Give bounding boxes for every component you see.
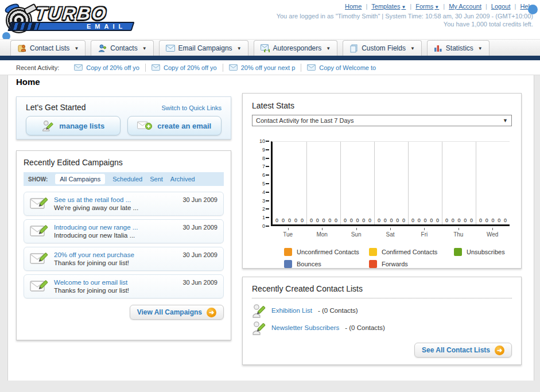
chart-day-group: 00000 <box>306 142 340 224</box>
nav-separator: | <box>366 3 367 10</box>
tab-contact-lists[interactable]: Contact Lists▼ <box>10 40 86 56</box>
filter-scheduled[interactable]: Scheduled <box>112 176 142 183</box>
contact-list-item[interactable]: Exhibition List - (0 Contacts) <box>252 302 512 319</box>
see-all-contact-lists-button[interactable]: See All Contact Lists ➜ <box>414 343 512 358</box>
stats-period-value: Contact Activity for the Last 7 Days <box>256 117 354 124</box>
contact-lists-panel: Recently Created Contact Lists Exhibitio… <box>242 277 522 365</box>
recent-activity-item[interactable]: 20% off your next p <box>223 64 301 71</box>
nav-link-logout[interactable]: Logout <box>491 3 511 10</box>
data-value-label: 0 <box>310 218 313 223</box>
contact-list-items: Exhibition List - (0 Contacts)Newsletter… <box>252 302 512 336</box>
campaign-subtitle: We're giving away our late ... <box>54 204 177 211</box>
x-tick-label: Wed <box>476 228 510 238</box>
data-value-label: 0 <box>288 218 291 223</box>
filter-all-campaigns[interactable]: All Campaigns <box>55 174 105 184</box>
campaign-card-text: Introducing our new range ...Introducing… <box>54 224 177 239</box>
campaign-subtitle: Thanks for joining our list! <box>54 287 177 294</box>
campaign-card-text: 20% off your next purchaseThanks for joi… <box>54 251 177 266</box>
logo[interactable]: TURBO EMAIL <box>5 2 148 34</box>
envelope-icon <box>229 64 238 71</box>
filter-archived[interactable]: Archived <box>170 176 195 183</box>
get-started-title: Let's Get Started <box>26 103 86 112</box>
contact-list-count: - (0 Contacts) <box>345 324 385 331</box>
recent-activity-link: Copy of 20% off yo <box>164 64 217 71</box>
view-all-campaigns-button[interactable]: View All Campaigns ➜ <box>130 305 224 320</box>
data-value-label: 0 <box>350 218 353 223</box>
recent-activity-item[interactable]: Copy of 20% off yo <box>146 64 223 71</box>
nav-link-my-account[interactable]: My Account <box>449 3 481 10</box>
data-value-label: 0 <box>504 218 507 223</box>
chart-day-group: 00000 <box>374 142 408 224</box>
person-pencil-icon <box>252 303 266 318</box>
top-nav: Home|Templates▼|Forms▼|My Account|Logout… <box>277 3 533 10</box>
tab-contacts[interactable]: Contacts▼ <box>91 40 153 56</box>
data-value-label: 0 <box>362 218 365 223</box>
data-value-label: 0 <box>322 218 325 223</box>
tab-label: Autoresponders <box>273 44 322 52</box>
nav-separator: | <box>515 3 516 10</box>
nav-link-home[interactable]: Home <box>345 3 362 10</box>
statistics-icon <box>434 44 442 52</box>
campaign-title-link[interactable]: 20% off your next purchase <box>54 251 177 258</box>
campaign-title-link[interactable]: Introducing our new range ... <box>54 224 177 231</box>
contact-list-link[interactable]: Exhibition List <box>271 307 312 314</box>
campaign-card-text: See us at the retail food ...We're givin… <box>54 196 177 211</box>
switch-quick-links-link[interactable]: Switch to Quick Links <box>161 104 222 111</box>
data-value-label: 0 <box>328 218 331 223</box>
data-value-label: 0 <box>464 218 467 223</box>
chart-day-group: 00000 <box>408 142 442 224</box>
recent-activity-item[interactable]: Copy of 20% off yo <box>68 64 145 71</box>
campaign-card[interactable]: See us at the retail food ...We're givin… <box>24 192 224 216</box>
contact-lists-icon <box>17 44 26 53</box>
manage-lists-button[interactable]: manage lists <box>26 116 121 135</box>
tab-statistics[interactable]: Statistics▼ <box>427 40 490 56</box>
campaign-title-link[interactable]: Welcome to our email list <box>54 279 177 286</box>
legend-item-bounces: Bounces <box>284 260 369 268</box>
y-tick-mark <box>266 208 269 209</box>
chart-day-group: 00000 <box>340 142 374 224</box>
nav-link-forms[interactable]: Forms▼ <box>415 3 439 10</box>
tab-label: Contacts <box>110 44 137 52</box>
main-nav-tabstrip: Contact Lists▼ Contacts▼ Email Campaigns… <box>0 39 540 56</box>
chart-value-labels: 00000 <box>274 218 305 223</box>
contact-list-count: - (0 Contacts) <box>318 307 358 314</box>
legend-swatch <box>369 260 377 268</box>
filter-sent[interactable]: Sent <box>150 176 163 183</box>
campaign-title-link[interactable]: See us at the retail food ... <box>54 196 177 203</box>
campaign-card[interactable]: Introducing our new range ...Introducing… <box>24 219 224 243</box>
y-tick-label: 1 <box>262 215 265 220</box>
contact-list-link[interactable]: Newsletter Subscribers <box>271 324 339 331</box>
arrow-right-icon: ➜ <box>495 346 504 355</box>
x-tick-label: Mon <box>305 228 339 238</box>
tab-email-campaigns[interactable]: Email Campaigns▼ <box>159 40 248 56</box>
campaign-card[interactable]: 20% off your next purchaseThanks for joi… <box>24 247 224 271</box>
y-tick-mark <box>266 200 269 201</box>
contacts-icon <box>98 44 107 53</box>
x-tick-label: Thu <box>441 228 475 238</box>
chevron-down-icon: ▼ <box>401 5 406 10</box>
chart-value-labels: 00000 <box>308 218 339 223</box>
latest-stats-panel: Latest Stats Contact Activity for the La… <box>242 93 522 269</box>
data-value-label: 0 <box>457 218 460 223</box>
campaign-card[interactable]: Welcome to our email listThanks for join… <box>24 274 224 298</box>
tab-custom-fields[interactable]: Custom Fields▼ <box>343 40 422 56</box>
nav-divider-bar <box>0 56 540 60</box>
recent-activity-item[interactable]: Copy of Welcome to <box>301 64 382 71</box>
contact-list-item[interactable]: Newsletter Subscribers - (0 Contacts) <box>252 319 512 336</box>
tab-autoresponders[interactable]: Autoresponders▼ <box>254 40 338 56</box>
data-value-label: 0 <box>402 218 405 223</box>
data-value-label: 0 <box>356 218 359 223</box>
campaign-subtitle: Introducing our new Italia ... <box>54 232 177 239</box>
legend-swatch <box>454 248 462 256</box>
legend-label: Forwards <box>382 261 408 267</box>
data-value-label: 0 <box>470 218 473 223</box>
y-tick-label: 4 <box>262 189 265 195</box>
legend-label: Unsubscribes <box>467 249 505 255</box>
y-tick-label: 6 <box>262 172 265 178</box>
stats-period-select[interactable]: Contact Activity for the Last 7 Days ▼ <box>252 115 512 126</box>
contact-activity-chart: 109876543210 000000000000000000000000000… <box>254 141 511 240</box>
nav-link-templates[interactable]: Templates▼ <box>371 3 406 10</box>
recent-activity-link: Copy of 20% off yo <box>86 64 139 71</box>
create-email-button[interactable]: create an email <box>127 116 222 135</box>
y-tick-mark <box>266 166 269 167</box>
